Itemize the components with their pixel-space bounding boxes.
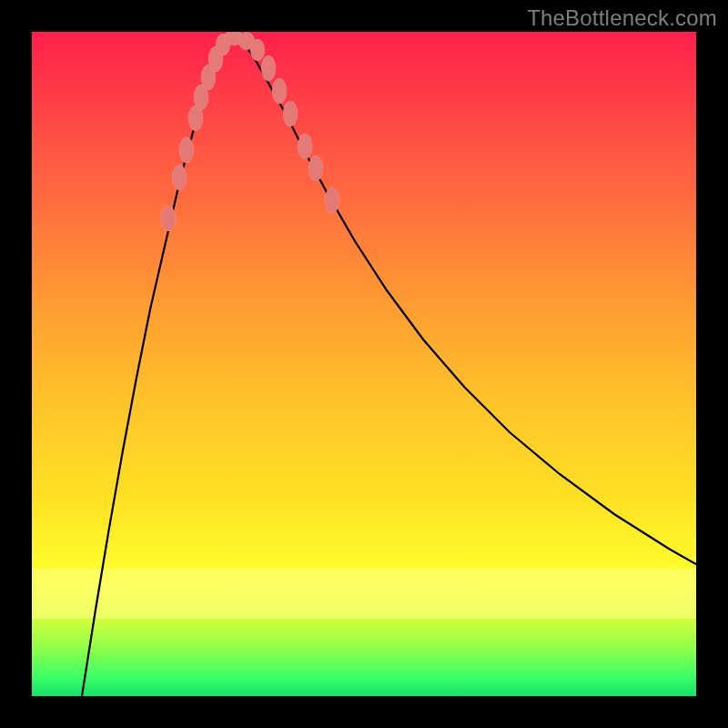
plot-area — [32, 32, 696, 696]
chart-frame: TheBottleneck.com — [0, 0, 728, 728]
watermark-label: TheBottleneck.com — [527, 5, 717, 31]
